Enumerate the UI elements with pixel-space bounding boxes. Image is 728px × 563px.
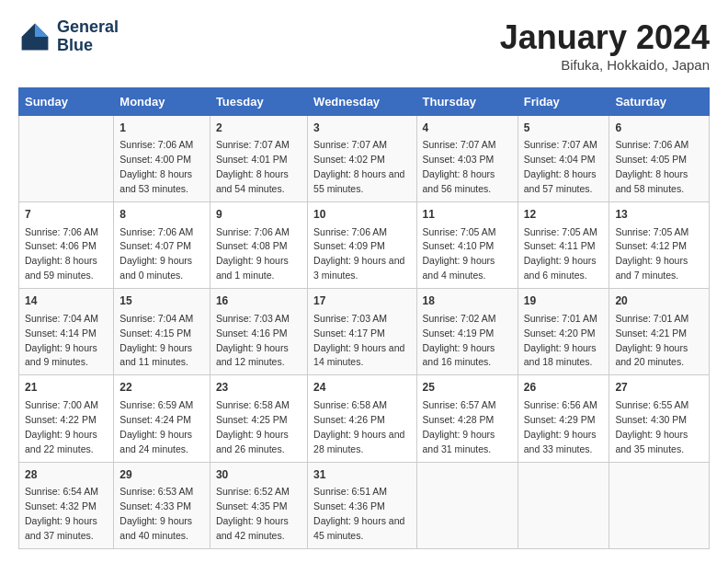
day-number: 28 — [25, 467, 108, 483]
day-number: 29 — [119, 467, 204, 483]
day-number: 6 — [615, 121, 703, 136]
calendar-cell: 10 Sunrise: 7:06 AMSunset: 4:09 PMDaylig… — [308, 202, 416, 289]
day-number: 26 — [524, 380, 604, 396]
calendar-cell — [609, 462, 710, 548]
calendar-week-row: 28 Sunrise: 6:54 AMSunset: 4:32 PMDaylig… — [19, 462, 710, 548]
day-info: Sunrise: 6:59 AMSunset: 4:24 PMDaylight:… — [119, 399, 193, 454]
calendar-cell: 5 Sunrise: 7:07 AMSunset: 4:04 PMDayligh… — [518, 116, 609, 202]
day-info: Sunrise: 7:06 AMSunset: 4:08 PMDaylight:… — [216, 226, 290, 282]
calendar-cell: 9 Sunrise: 7:06 AMSunset: 4:08 PMDayligh… — [210, 202, 307, 289]
calendar-cell: 12 Sunrise: 7:05 AMSunset: 4:11 PMDaylig… — [518, 202, 609, 289]
day-number: 31 — [313, 467, 410, 483]
day-info: Sunrise: 6:51 AMSunset: 4:36 PMDaylight:… — [313, 486, 404, 541]
calendar-cell: 14 Sunrise: 7:04 AMSunset: 4:14 PMDaylig… — [19, 289, 114, 375]
day-number: 15 — [119, 293, 204, 309]
day-info: Sunrise: 7:07 AMSunset: 4:02 PMDaylight:… — [313, 139, 404, 194]
calendar-cell — [518, 462, 609, 548]
day-number: 23 — [216, 380, 301, 396]
day-info: Sunrise: 7:06 AMSunset: 4:06 PMDaylight:… — [25, 226, 98, 282]
calendar-week-row: 1 Sunrise: 7:06 AMSunset: 4:00 PMDayligh… — [19, 116, 710, 202]
weekday-header-sunday: Sunday — [19, 88, 114, 116]
day-info: Sunrise: 7:03 AMSunset: 4:16 PMDaylight:… — [216, 313, 290, 368]
logo: General Blue — [18, 18, 119, 55]
day-number: 8 — [119, 207, 204, 223]
calendar-cell: 3 Sunrise: 7:07 AMSunset: 4:02 PMDayligh… — [308, 116, 416, 202]
weekday-header-thursday: Thursday — [416, 88, 518, 116]
day-number: 22 — [119, 380, 204, 396]
day-number: 5 — [524, 121, 604, 136]
day-info: Sunrise: 7:07 AMSunset: 4:03 PMDaylight:… — [423, 139, 496, 194]
day-number: 3 — [313, 121, 410, 136]
calendar-cell: 25 Sunrise: 6:57 AMSunset: 4:28 PMDaylig… — [416, 375, 518, 462]
day-info: Sunrise: 6:55 AMSunset: 4:30 PMDaylight:… — [615, 399, 688, 454]
calendar-cell: 21 Sunrise: 7:00 AMSunset: 4:22 PMDaylig… — [19, 375, 114, 462]
weekday-header-friday: Friday — [518, 88, 609, 116]
calendar-cell — [19, 116, 114, 202]
day-number: 9 — [216, 207, 301, 223]
day-info: Sunrise: 6:57 AMSunset: 4:28 PMDaylight:… — [423, 399, 496, 454]
weekday-header-row: SundayMondayTuesdayWednesdayThursdayFrid… — [19, 88, 710, 116]
logo-line2: Blue — [57, 37, 119, 55]
calendar-cell: 23 Sunrise: 6:58 AMSunset: 4:25 PMDaylig… — [210, 375, 307, 462]
calendar-cell: 11 Sunrise: 7:05 AMSunset: 4:10 PMDaylig… — [416, 202, 518, 289]
calendar-cell: 8 Sunrise: 7:06 AMSunset: 4:07 PMDayligh… — [114, 202, 210, 289]
day-number: 25 — [423, 380, 512, 396]
calendar-week-row: 7 Sunrise: 7:06 AMSunset: 4:06 PMDayligh… — [19, 202, 710, 289]
weekday-header-tuesday: Tuesday — [210, 88, 307, 116]
day-number: 2 — [216, 121, 301, 136]
day-number: 19 — [524, 293, 604, 309]
day-number: 17 — [313, 293, 410, 309]
month-title: January 2024 — [500, 18, 710, 57]
day-info: Sunrise: 7:06 AMSunset: 4:00 PMDaylight:… — [119, 139, 193, 194]
calendar-cell: 16 Sunrise: 7:03 AMSunset: 4:16 PMDaylig… — [210, 289, 307, 375]
logo-text: General Blue — [57, 18, 119, 55]
day-info: Sunrise: 7:05 AMSunset: 4:12 PMDaylight:… — [615, 226, 688, 282]
day-info: Sunrise: 7:07 AMSunset: 4:01 PMDaylight:… — [216, 139, 290, 194]
calendar-cell: 31 Sunrise: 6:51 AMSunset: 4:36 PMDaylig… — [308, 462, 416, 548]
calendar-cell: 28 Sunrise: 6:54 AMSunset: 4:32 PMDaylig… — [19, 462, 114, 548]
day-info: Sunrise: 6:54 AMSunset: 4:32 PMDaylight:… — [25, 486, 98, 541]
day-number: 13 — [615, 207, 703, 223]
day-info: Sunrise: 7:06 AMSunset: 4:09 PMDaylight:… — [313, 226, 404, 282]
calendar-table: SundayMondayTuesdayWednesdayThursdayFrid… — [18, 87, 710, 549]
day-info: Sunrise: 7:05 AMSunset: 4:11 PMDaylight:… — [524, 226, 597, 282]
calendar-cell: 1 Sunrise: 7:06 AMSunset: 4:00 PMDayligh… — [114, 116, 210, 202]
day-number: 27 — [615, 380, 703, 396]
day-number: 7 — [25, 207, 108, 223]
calendar-cell: 7 Sunrise: 7:06 AMSunset: 4:06 PMDayligh… — [19, 202, 114, 289]
calendar-cell: 22 Sunrise: 6:59 AMSunset: 4:24 PMDaylig… — [114, 375, 210, 462]
calendar-cell: 19 Sunrise: 7:01 AMSunset: 4:20 PMDaylig… — [518, 289, 609, 375]
day-number: 4 — [423, 121, 512, 136]
calendar-week-row: 21 Sunrise: 7:00 AMSunset: 4:22 PMDaylig… — [19, 375, 710, 462]
calendar-cell: 13 Sunrise: 7:05 AMSunset: 4:12 PMDaylig… — [609, 202, 710, 289]
day-info: Sunrise: 7:06 AMSunset: 4:05 PMDaylight:… — [615, 139, 688, 194]
calendar-cell: 27 Sunrise: 6:55 AMSunset: 4:30 PMDaylig… — [609, 375, 710, 462]
calendar-body: 1 Sunrise: 7:06 AMSunset: 4:00 PMDayligh… — [19, 116, 710, 549]
day-number: 10 — [313, 207, 410, 223]
day-info: Sunrise: 6:53 AMSunset: 4:33 PMDaylight:… — [119, 486, 193, 541]
day-number: 24 — [313, 380, 410, 396]
logo-icon — [18, 20, 51, 53]
day-number: 30 — [216, 467, 301, 483]
day-number: 12 — [524, 207, 604, 223]
page-header: General Blue January 2024 Bifuka, Hokkai… — [18, 18, 710, 73]
calendar-cell — [416, 462, 518, 548]
title-block: January 2024 Bifuka, Hokkaido, Japan — [500, 18, 710, 73]
day-info: Sunrise: 6:56 AMSunset: 4:29 PMDaylight:… — [524, 399, 597, 454]
day-number: 21 — [25, 380, 108, 396]
calendar-cell: 4 Sunrise: 7:07 AMSunset: 4:03 PMDayligh… — [416, 116, 518, 202]
calendar-cell: 15 Sunrise: 7:04 AMSunset: 4:15 PMDaylig… — [114, 289, 210, 375]
day-info: Sunrise: 7:03 AMSunset: 4:17 PMDaylight:… — [313, 313, 404, 368]
day-info: Sunrise: 7:01 AMSunset: 4:21 PMDaylight:… — [615, 313, 688, 368]
day-number: 11 — [423, 207, 512, 223]
day-info: Sunrise: 7:02 AMSunset: 4:19 PMDaylight:… — [423, 313, 496, 368]
day-number: 18 — [423, 293, 512, 309]
logo-line1: General — [57, 18, 119, 37]
calendar-cell: 17 Sunrise: 7:03 AMSunset: 4:17 PMDaylig… — [308, 289, 416, 375]
location: Bifuka, Hokkaido, Japan — [500, 57, 710, 73]
weekday-header-monday: Monday — [114, 88, 210, 116]
day-info: Sunrise: 7:05 AMSunset: 4:10 PMDaylight:… — [423, 226, 496, 282]
calendar-cell: 29 Sunrise: 6:53 AMSunset: 4:33 PMDaylig… — [114, 462, 210, 548]
calendar-cell: 26 Sunrise: 6:56 AMSunset: 4:29 PMDaylig… — [518, 375, 609, 462]
weekday-header-saturday: Saturday — [609, 88, 710, 116]
